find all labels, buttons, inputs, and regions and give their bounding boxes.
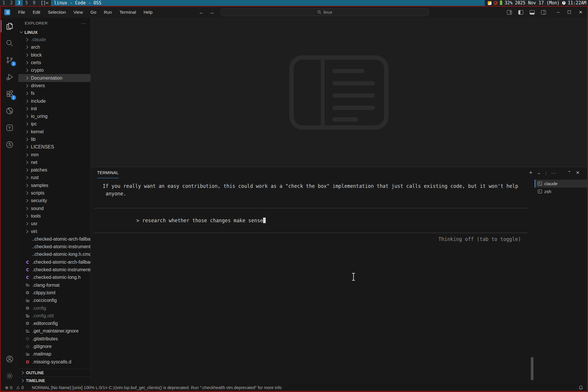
file-row--clippy-toml[interactable]: ⚙.clippy.toml [18,289,90,297]
workspace-1[interactable]: 1 [0,0,8,6]
menu-run[interactable]: Run [100,7,116,18]
file-row--cocciconfig[interactable]: .cocciconfig [18,297,90,304]
tray-app-icon[interactable] [488,1,491,5]
folder-row-include[interactable]: include [18,97,90,105]
folder-row-io-uring[interactable]: io_uring [18,113,90,120]
file-row--checked-atomic-long-h-cmd[interactable]: ..checked-atomic-long.h.cmd [18,251,90,258]
folder-row-arch[interactable]: arch [18,43,90,51]
new-terminal-button[interactable]: + [529,169,532,176]
customize-layout-icon[interactable] [507,10,512,15]
menu-selection[interactable]: Selection [44,7,70,18]
toggle-panel-icon[interactable] [530,10,535,15]
folder-row-samples[interactable]: samples [18,182,90,189]
close-panel-icon[interactable]: ✕ [576,170,580,175]
run-debug-tab[interactable] [1,69,18,85]
folder-row-rust[interactable]: rust [18,174,90,181]
menu-view[interactable]: View [70,7,87,18]
folder-row-usr[interactable]: usr [18,220,90,228]
mute-icon[interactable] [494,1,498,5]
lines-icon [25,352,30,356]
file-row--checked-atomic-instrumente-[interactable]: C.checked-atomic-instrumente... [18,266,90,274]
folder-row-licenses[interactable]: LICENSES [18,143,90,151]
toggle-sidebar-icon[interactable] [518,10,523,15]
terminal-more-actions-icon[interactable]: ··· [551,170,556,175]
terminal-instance-claude[interactable]: >_claude [535,180,587,188]
file-row--editorconfig[interactable]: ⚙.editorconfig [18,320,90,327]
terminal-tab[interactable]: TERMINAL [97,167,119,178]
folder-row-crypto[interactable]: crypto [18,66,90,74]
notifications-bell-icon[interactable] [579,385,583,390]
folder-row-documentation[interactable]: Documentation [18,74,90,82]
file-row--missing-syscalls-d[interactable]: D.missing-syscalls.d [18,358,90,365]
maximize-panel-icon[interactable]: ⌃ [568,170,571,175]
file-row--checked-atomic-instrumente-[interactable]: ..checked-atomic-instrumente... [18,243,90,251]
search-icon [317,10,321,14]
file-row--gitignore[interactable]: .gitignore [18,343,90,350]
forward-button[interactable]: → [209,9,214,15]
problems-indicator[interactable]: ⊗ 0 ⚠ 0 [5,385,24,390]
settings-button[interactable] [1,368,18,384]
editor-area[interactable] [91,18,587,167]
terminal-instance-zsh[interactable]: >_zsh [535,188,587,195]
menu-terminal[interactable]: Terminal [116,7,140,18]
workspace-2[interactable]: 2 [8,0,15,6]
git-graph-tab[interactable] [1,102,18,119]
folder-row--claude[interactable]: .claude [18,36,90,43]
timeline-section[interactable]: TIMELINE [18,377,90,384]
command-center-search[interactable]: linux [221,8,429,16]
folder-row-net[interactable]: net [18,159,90,166]
file-row--config-old[interactable]: .config.old [18,312,90,320]
toggle-secondary-sidebar-icon[interactable] [541,10,546,15]
file-row--clang-format[interactable]: .clang-format [18,281,90,289]
folder-row-certs[interactable]: certs [18,59,90,66]
folder-row-lib[interactable]: lib [18,136,90,143]
maximize-button[interactable]: ☐ [567,10,571,15]
folder-row-ipc[interactable]: ipc [18,120,90,128]
source-control-tab[interactable]: 3 [1,52,18,69]
item-label: samples [31,183,48,188]
file-row--mailmap[interactable]: .mailmap [18,350,90,358]
accounts-button[interactable] [1,351,18,368]
terminal-icon: >_ [538,190,542,193]
file-row--checked-atomic-arch-fallbac-[interactable]: ..checked-atomic-arch-fallbac... [18,235,90,243]
folder-row-scripts[interactable]: scripts [18,189,90,197]
file-row--checked-atomic-arch-fallback-h[interactable]: C.checked-atomic-arch-fallback.h [18,258,90,266]
search-tab[interactable] [1,35,18,52]
outline-section[interactable]: OUTLINE [18,369,90,377]
folder-row-block[interactable]: block [18,51,90,59]
menu-help[interactable]: Help [140,7,156,18]
folder-row-tools[interactable]: tools [18,212,90,220]
terminal-viewport[interactable]: If you really want an easy contribution,… [91,178,535,384]
folder-row-sound[interactable]: sound [18,205,90,212]
menu-edit[interactable]: Edit [29,7,44,18]
close-button[interactable]: ✕ [579,10,582,15]
workspace-3[interactable]: 3 [15,0,23,6]
workspace-5[interactable]: 5 [23,0,30,6]
workspace-9[interactable]: 9 [30,0,38,6]
file-row--get-maintainer-ignore[interactable]: .get_maintainer.ignore [18,327,90,335]
extensions-tab[interactable]: 2 [1,85,18,102]
file-row--checked-atomic-long-h[interactable]: C.checked-atomic-long.h [18,274,90,281]
folder-row-init[interactable]: init [18,105,90,113]
folder-row-fs[interactable]: fs [18,90,90,97]
back-button[interactable]: ← [199,9,204,15]
terminal-dropdown-icon[interactable]: ⌄ [537,170,541,175]
root-folder[interactable]: LINUX [18,28,90,36]
folder-row-mm[interactable]: mm [18,151,90,158]
file-row--gitattributes[interactable]: .gitattributes [18,335,90,343]
minimize-button[interactable]: ─ [556,10,560,15]
claude-input-box[interactable]: > research whether those changes make se… [94,208,528,233]
folder-row-security[interactable]: security [18,197,90,204]
more-actions-icon[interactable]: ··· [81,21,86,26]
menu-file[interactable]: File [14,7,29,18]
folder-row-virt[interactable]: virt [18,228,90,235]
folder-row-patches[interactable]: patches [18,166,90,174]
folder-row-drivers[interactable]: drivers [18,82,90,90]
menu-go[interactable]: Go [87,7,100,18]
terminal-scrollbar[interactable] [531,357,533,380]
file-row--config[interactable]: ⚙.config [18,304,90,312]
folder-row-kernel[interactable]: kernel [18,128,90,136]
y-extension-tab[interactable] [1,119,18,136]
s-extension-tab[interactable] [1,136,18,153]
explorer-tab[interactable] [1,18,18,35]
